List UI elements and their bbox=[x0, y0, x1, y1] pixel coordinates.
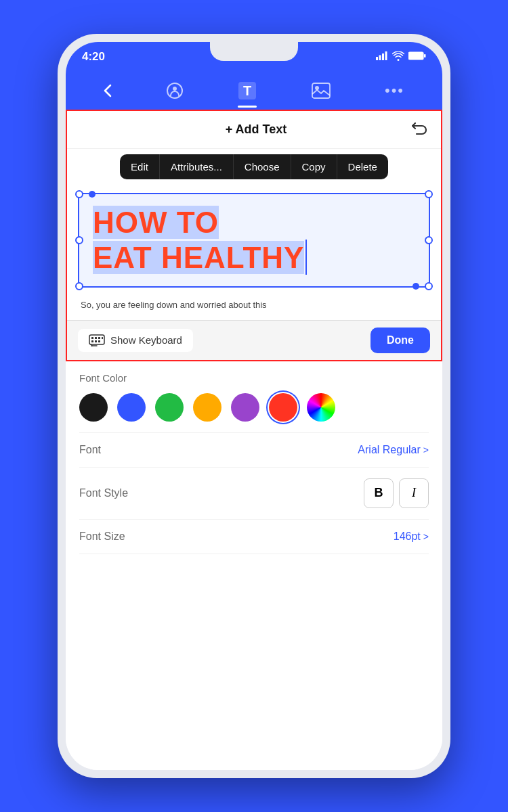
color-rainbow[interactable] bbox=[307, 393, 335, 422]
profile-icon[interactable] bbox=[161, 76, 189, 105]
font-value: Arial Regular bbox=[358, 444, 420, 456]
color-green[interactable] bbox=[155, 393, 184, 422]
notch bbox=[210, 42, 298, 61]
text-tool-icon[interactable]: T bbox=[232, 75, 263, 106]
svg-rect-5 bbox=[424, 54, 426, 58]
svg-rect-18 bbox=[98, 340, 100, 342]
svg-rect-0 bbox=[376, 57, 378, 60]
font-size-row[interactable]: Font Size 146pt > bbox=[79, 520, 429, 554]
font-size-chevron: > bbox=[423, 531, 429, 542]
context-menu-wrapper: Edit Attributes... Choose Copy Delete bbox=[67, 149, 441, 179]
wifi-icon bbox=[392, 51, 404, 63]
handle-tr[interactable] bbox=[425, 190, 433, 198]
font-color-label: Font Color bbox=[79, 372, 429, 384]
image-tool-icon[interactable] bbox=[306, 77, 336, 104]
context-copy[interactable]: Copy bbox=[291, 154, 337, 179]
show-keyboard-button[interactable]: Show Keyboard bbox=[78, 329, 193, 352]
svg-rect-2 bbox=[382, 53, 384, 60]
body-text: So, you are feeling down and worried abo… bbox=[67, 296, 441, 320]
dot-br bbox=[412, 283, 419, 290]
svg-rect-1 bbox=[379, 55, 381, 61]
font-size-value: 146pt bbox=[394, 531, 421, 543]
handle-tl[interactable] bbox=[75, 190, 83, 198]
font-style-row: Font Style B I bbox=[79, 468, 429, 520]
properties-panel: Font Color Font Arial Regu bbox=[66, 361, 442, 771]
font-style-label: Font Style bbox=[79, 487, 128, 499]
back-button[interactable] bbox=[98, 78, 117, 103]
color-blue[interactable] bbox=[117, 393, 146, 422]
add-text-header: + Add Text bbox=[67, 111, 441, 149]
handle-br[interactable] bbox=[425, 282, 433, 290]
font-color-section: Font Color bbox=[79, 361, 429, 433]
svg-text:T: T bbox=[243, 83, 251, 98]
color-purple[interactable] bbox=[231, 393, 259, 422]
svg-rect-3 bbox=[385, 51, 387, 60]
svg-rect-12 bbox=[91, 337, 93, 339]
font-chevron: > bbox=[423, 445, 429, 455]
status-icons bbox=[376, 51, 426, 63]
color-yellow[interactable] bbox=[193, 393, 221, 422]
text-line1: HOW TO bbox=[93, 206, 219, 239]
svg-rect-11 bbox=[89, 335, 104, 344]
svg-rect-14 bbox=[98, 337, 100, 339]
undo-button[interactable] bbox=[410, 120, 427, 139]
font-size-value-container[interactable]: 146pt > bbox=[394, 531, 429, 543]
main-text: HOW TO EAT HEALTHY bbox=[93, 206, 415, 275]
status-time: 4:20 bbox=[82, 50, 105, 64]
svg-rect-9 bbox=[312, 83, 330, 98]
phone-frame: 4:20 bbox=[58, 34, 450, 778]
add-text-title: + Add Text bbox=[102, 122, 410, 137]
context-menu: Edit Attributes... Choose Copy Delete bbox=[120, 154, 388, 179]
svg-rect-13 bbox=[95, 337, 97, 339]
show-keyboard-label: Show Keyboard bbox=[110, 334, 182, 346]
context-edit[interactable]: Edit bbox=[120, 154, 160, 179]
text-cursor bbox=[305, 240, 307, 275]
dot-tl bbox=[89, 191, 96, 198]
svg-rect-16 bbox=[91, 340, 93, 342]
context-choose[interactable]: Choose bbox=[234, 154, 291, 179]
color-black[interactable] bbox=[79, 393, 108, 422]
content-area: + Add Text Edit Attributes... Choose bbox=[66, 110, 442, 770]
handle-ml[interactable] bbox=[75, 236, 83, 244]
text-edit-area[interactable]: HOW TO EAT HEALTHY bbox=[78, 193, 430, 288]
font-label: Font bbox=[79, 444, 101, 456]
signal-icon bbox=[376, 51, 388, 62]
text-line2: EAT HEALTHY bbox=[93, 241, 304, 274]
handle-mr[interactable] bbox=[425, 236, 433, 244]
font-style-buttons: B I bbox=[364, 478, 429, 508]
done-button[interactable]: Done bbox=[371, 328, 430, 353]
context-attributes[interactable]: Attributes... bbox=[160, 154, 234, 179]
handle-bl[interactable] bbox=[75, 282, 83, 290]
battery-icon bbox=[408, 51, 426, 62]
color-red[interactable] bbox=[269, 393, 297, 422]
color-swatches bbox=[79, 393, 429, 422]
svg-rect-4 bbox=[408, 52, 423, 60]
svg-rect-15 bbox=[102, 337, 103, 339]
svg-rect-17 bbox=[95, 340, 97, 342]
font-row[interactable]: Font Arial Regular > bbox=[79, 433, 429, 468]
more-options-icon[interactable]: ••• bbox=[379, 76, 410, 105]
keyboard-bar: Show Keyboard Done bbox=[67, 320, 441, 360]
edit-section: + Add Text Edit Attributes... Choose bbox=[66, 110, 442, 361]
context-delete[interactable]: Delete bbox=[337, 154, 388, 179]
italic-button[interactable]: I bbox=[399, 478, 429, 508]
nav-bar: T ••• bbox=[66, 72, 442, 110]
bold-button[interactable]: B bbox=[364, 478, 394, 508]
status-bar: 4:20 bbox=[66, 42, 442, 72]
font-value-container[interactable]: Arial Regular > bbox=[358, 444, 429, 456]
phone-inner: 4:20 bbox=[66, 42, 442, 770]
font-size-label: Font Size bbox=[79, 531, 125, 543]
